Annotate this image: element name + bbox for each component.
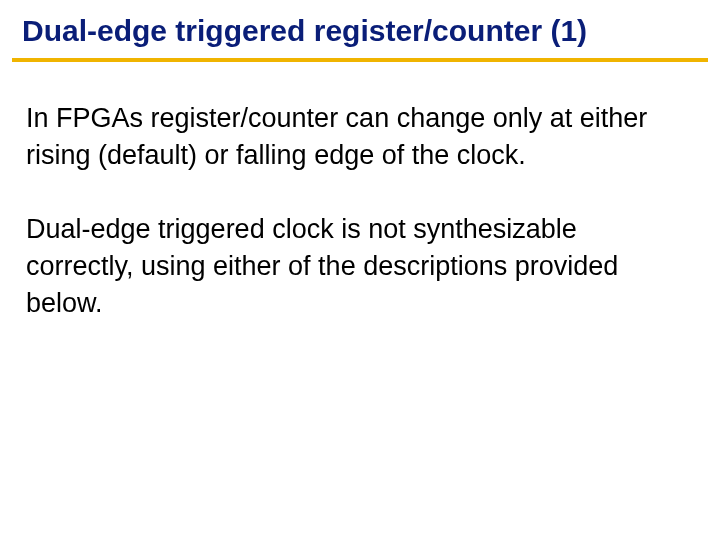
paragraph-1: In FPGAs register/counter can change onl…	[26, 100, 686, 175]
paragraph-2: Dual-edge triggered clock is not synthes…	[26, 211, 686, 323]
slide-body: In FPGAs register/counter can change onl…	[26, 100, 686, 358]
slide: Dual-edge triggered register/counter (1)…	[0, 0, 720, 540]
slide-title: Dual-edge triggered register/counter (1)	[22, 14, 587, 48]
title-underline	[12, 58, 708, 62]
